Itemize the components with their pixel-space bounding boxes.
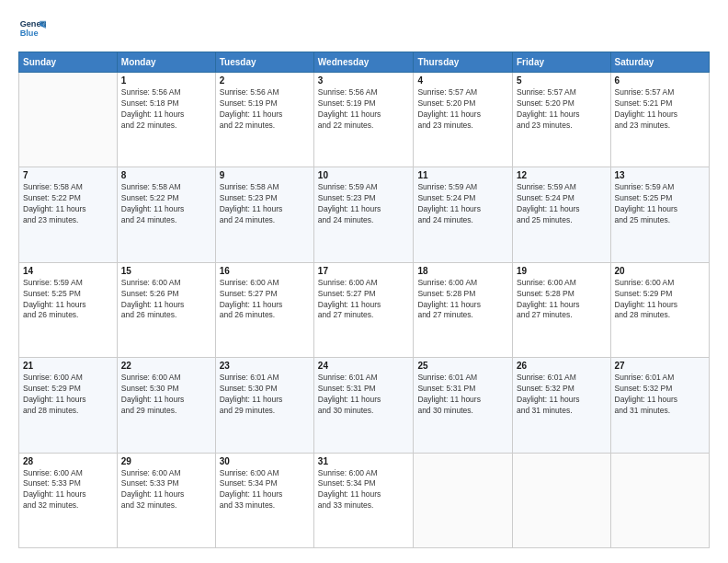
day-number: 4 bbox=[417, 75, 508, 86]
calendar-cell: 14Sunrise: 5:59 AMSunset: 5:25 PMDayligh… bbox=[19, 262, 118, 357]
day-info: Sunrise: 5:59 AMSunset: 5:24 PMDaylight:… bbox=[417, 182, 508, 226]
calendar-cell: 17Sunrise: 6:00 AMSunset: 5:27 PMDayligh… bbox=[313, 262, 414, 357]
day-info: Sunrise: 5:59 AMSunset: 5:25 PMDaylight:… bbox=[23, 278, 113, 322]
day-number: 21 bbox=[23, 361, 113, 371]
day-info: Sunrise: 5:58 AMSunset: 5:22 PMDaylight:… bbox=[23, 182, 113, 226]
calendar: SundayMondayTuesdayWednesdayThursdayFrid… bbox=[18, 52, 710, 548]
calendar-cell bbox=[513, 453, 611, 547]
day-info: Sunrise: 6:00 AMSunset: 5:34 PMDaylight:… bbox=[318, 468, 410, 512]
calendar-header-wednesday: Wednesday bbox=[313, 52, 414, 73]
day-number: 23 bbox=[220, 361, 310, 371]
day-number: 2 bbox=[220, 75, 310, 86]
day-info: Sunrise: 6:00 AMSunset: 5:26 PMDaylight:… bbox=[121, 278, 211, 322]
day-info: Sunrise: 6:01 AMSunset: 5:31 PMDaylight:… bbox=[417, 373, 508, 417]
day-number: 18 bbox=[417, 266, 508, 276]
calendar-cell: 25Sunrise: 6:01 AMSunset: 5:31 PMDayligh… bbox=[414, 358, 513, 453]
day-number: 28 bbox=[23, 456, 113, 466]
calendar-cell: 31Sunrise: 6:00 AMSunset: 5:34 PMDayligh… bbox=[313, 453, 414, 547]
calendar-cell: 13Sunrise: 5:59 AMSunset: 5:25 PMDayligh… bbox=[610, 167, 709, 262]
calendar-header-thursday: Thursday bbox=[414, 52, 513, 73]
day-number: 10 bbox=[318, 170, 410, 180]
day-info: Sunrise: 6:00 AMSunset: 5:29 PMDaylight:… bbox=[615, 278, 705, 322]
calendar-cell: 12Sunrise: 5:59 AMSunset: 5:24 PMDayligh… bbox=[513, 167, 611, 262]
day-info: Sunrise: 5:59 AMSunset: 5:24 PMDaylight:… bbox=[517, 182, 607, 226]
calendar-cell: 20Sunrise: 6:00 AMSunset: 5:29 PMDayligh… bbox=[610, 262, 709, 357]
calendar-week-1: 1Sunrise: 5:56 AMSunset: 5:18 PMDaylight… bbox=[19, 73, 710, 167]
day-info: Sunrise: 6:00 AMSunset: 5:28 PMDaylight:… bbox=[517, 278, 607, 322]
day-info: Sunrise: 5:56 AMSunset: 5:18 PMDaylight:… bbox=[121, 87, 211, 132]
day-info: Sunrise: 6:01 AMSunset: 5:31 PMDaylight:… bbox=[318, 373, 410, 417]
calendar-cell: 5Sunrise: 5:57 AMSunset: 5:20 PMDaylight… bbox=[513, 73, 611, 167]
day-number: 22 bbox=[121, 361, 211, 371]
calendar-cell: 15Sunrise: 6:00 AMSunset: 5:26 PMDayligh… bbox=[117, 262, 215, 357]
calendar-cell: 6Sunrise: 5:57 AMSunset: 5:21 PMDaylight… bbox=[610, 73, 709, 167]
day-info: Sunrise: 6:00 AMSunset: 5:29 PMDaylight:… bbox=[23, 373, 113, 417]
calendar-cell: 19Sunrise: 6:00 AMSunset: 5:28 PMDayligh… bbox=[513, 262, 611, 357]
calendar-cell: 23Sunrise: 6:01 AMSunset: 5:30 PMDayligh… bbox=[215, 358, 313, 453]
calendar-cell: 26Sunrise: 6:01 AMSunset: 5:32 PMDayligh… bbox=[513, 358, 611, 453]
day-number: 26 bbox=[517, 361, 607, 371]
calendar-cell: 11Sunrise: 5:59 AMSunset: 5:24 PMDayligh… bbox=[414, 167, 513, 262]
day-info: Sunrise: 6:01 AMSunset: 5:30 PMDaylight:… bbox=[220, 373, 310, 417]
calendar-cell bbox=[19, 73, 118, 167]
day-number: 14 bbox=[23, 266, 113, 276]
day-number: 19 bbox=[517, 266, 607, 276]
logo-icon: General Blue bbox=[18, 15, 46, 42]
calendar-week-5: 28Sunrise: 6:00 AMSunset: 5:33 PMDayligh… bbox=[19, 453, 710, 547]
day-info: Sunrise: 6:00 AMSunset: 5:34 PMDaylight:… bbox=[220, 468, 310, 512]
day-number: 27 bbox=[615, 361, 705, 371]
calendar-cell: 8Sunrise: 5:58 AMSunset: 5:22 PMDaylight… bbox=[117, 167, 215, 262]
calendar-cell: 1Sunrise: 5:56 AMSunset: 5:18 PMDaylight… bbox=[117, 73, 215, 167]
header: General Blue bbox=[18, 15, 710, 42]
day-number: 24 bbox=[318, 361, 410, 371]
calendar-header-sunday: Sunday bbox=[19, 52, 118, 73]
calendar-cell bbox=[414, 453, 513, 547]
calendar-cell: 3Sunrise: 5:56 AMSunset: 5:19 PMDaylight… bbox=[313, 73, 414, 167]
day-info: Sunrise: 5:56 AMSunset: 5:19 PMDaylight:… bbox=[318, 87, 410, 132]
calendar-header-tuesday: Tuesday bbox=[215, 52, 313, 73]
day-number: 17 bbox=[318, 266, 410, 276]
day-info: Sunrise: 6:00 AMSunset: 5:28 PMDaylight:… bbox=[417, 278, 508, 322]
page: General Blue SundayMondayTuesdayWednesda… bbox=[0, 0, 728, 563]
day-number: 16 bbox=[220, 266, 310, 276]
day-number: 29 bbox=[121, 456, 211, 466]
day-number: 20 bbox=[615, 266, 705, 276]
day-info: Sunrise: 5:59 AMSunset: 5:23 PMDaylight:… bbox=[318, 182, 410, 226]
day-info: Sunrise: 5:57 AMSunset: 5:20 PMDaylight:… bbox=[417, 87, 508, 132]
day-number: 8 bbox=[121, 170, 211, 180]
calendar-cell: 4Sunrise: 5:57 AMSunset: 5:20 PMDaylight… bbox=[414, 73, 513, 167]
calendar-cell: 29Sunrise: 6:00 AMSunset: 5:33 PMDayligh… bbox=[117, 453, 215, 547]
calendar-week-4: 21Sunrise: 6:00 AMSunset: 5:29 PMDayligh… bbox=[19, 358, 710, 453]
day-info: Sunrise: 5:57 AMSunset: 5:20 PMDaylight:… bbox=[517, 87, 607, 132]
calendar-cell: 2Sunrise: 5:56 AMSunset: 5:19 PMDaylight… bbox=[215, 73, 313, 167]
calendar-cell: 30Sunrise: 6:00 AMSunset: 5:34 PMDayligh… bbox=[215, 453, 313, 547]
calendar-cell bbox=[610, 453, 709, 547]
day-info: Sunrise: 5:56 AMSunset: 5:19 PMDaylight:… bbox=[220, 87, 310, 132]
day-number: 15 bbox=[121, 266, 211, 276]
day-info: Sunrise: 5:58 AMSunset: 5:22 PMDaylight:… bbox=[121, 182, 211, 226]
calendar-week-3: 14Sunrise: 5:59 AMSunset: 5:25 PMDayligh… bbox=[19, 262, 710, 357]
calendar-header-saturday: Saturday bbox=[610, 52, 709, 73]
calendar-header-row: SundayMondayTuesdayWednesdayThursdayFrid… bbox=[19, 52, 710, 73]
svg-text:Blue: Blue bbox=[20, 29, 39, 38]
calendar-cell: 24Sunrise: 6:01 AMSunset: 5:31 PMDayligh… bbox=[313, 358, 414, 453]
calendar-header-friday: Friday bbox=[513, 52, 611, 73]
day-number: 12 bbox=[517, 170, 607, 180]
day-number: 5 bbox=[517, 75, 607, 86]
day-info: Sunrise: 5:59 AMSunset: 5:25 PMDaylight:… bbox=[615, 182, 705, 226]
calendar-cell: 16Sunrise: 6:00 AMSunset: 5:27 PMDayligh… bbox=[215, 262, 313, 357]
calendar-cell: 9Sunrise: 5:58 AMSunset: 5:23 PMDaylight… bbox=[215, 167, 313, 262]
calendar-cell: 21Sunrise: 6:00 AMSunset: 5:29 PMDayligh… bbox=[19, 358, 118, 453]
day-number: 11 bbox=[417, 170, 508, 180]
logo: General Blue bbox=[18, 15, 46, 42]
day-number: 25 bbox=[417, 361, 508, 371]
day-number: 13 bbox=[615, 170, 705, 180]
calendar-cell: 10Sunrise: 5:59 AMSunset: 5:23 PMDayligh… bbox=[313, 167, 414, 262]
calendar-week-2: 7Sunrise: 5:58 AMSunset: 5:22 PMDaylight… bbox=[19, 167, 710, 262]
day-number: 31 bbox=[318, 456, 410, 466]
calendar-cell: 27Sunrise: 6:01 AMSunset: 5:32 PMDayligh… bbox=[610, 358, 709, 453]
day-number: 30 bbox=[220, 456, 310, 466]
day-info: Sunrise: 5:57 AMSunset: 5:21 PMDaylight:… bbox=[615, 87, 705, 132]
day-info: Sunrise: 6:01 AMSunset: 5:32 PMDaylight:… bbox=[517, 373, 607, 417]
day-info: Sunrise: 6:00 AMSunset: 5:33 PMDaylight:… bbox=[23, 468, 113, 512]
